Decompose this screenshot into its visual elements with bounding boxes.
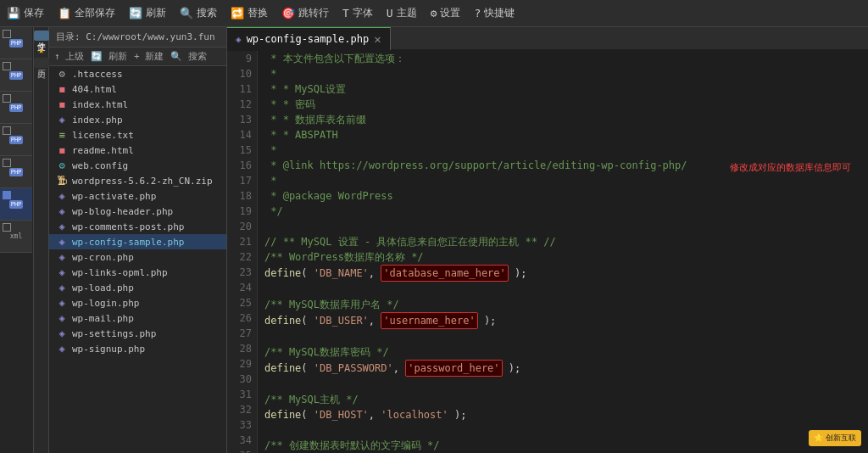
editor-area: ◈ wp-config-sample.php ✕ 9 10 11 12 13 1… xyxy=(227,27,868,453)
thumb-7[interactable]: xml xyxy=(0,221,32,253)
refresh-icon: 🔄 xyxy=(129,7,142,20)
side-tab-history[interactable]: 历史 xyxy=(34,58,49,68)
theme-label: 主题 xyxy=(397,6,417,20)
code-line-16: * @link https://wordpress.org/support/ar… xyxy=(264,158,861,173)
toolbar-save[interactable]: 💾 保存 xyxy=(7,6,44,20)
code-line-15: * xyxy=(264,143,861,158)
toolbar-theme[interactable]: U 主题 xyxy=(387,6,417,20)
file-item-cron[interactable]: ◈ wp-cron.php xyxy=(49,249,226,265)
checkbox-3[interactable] xyxy=(3,94,11,103)
thumb-4[interactable]: PHP xyxy=(0,124,32,156)
php-icon-signup: ◈ xyxy=(56,343,68,355)
code-content[interactable]: * 本文件包含以下配置选项： * * * MySQL设置 * * 密码 * * … xyxy=(258,51,868,453)
toolbar-refresh[interactable]: 🔄 刷新 xyxy=(129,6,166,20)
file-item-config-sample[interactable]: ◈ wp-config-sample.php xyxy=(49,234,226,249)
file-item-index-php[interactable]: ◈ index.php xyxy=(49,112,226,127)
thumb-2[interactable]: PHP xyxy=(0,59,32,92)
file-item-signup[interactable]: ◈ wp-signup.php xyxy=(49,341,226,356)
file-item-comments-post[interactable]: ◈ wp-comments-post.php xyxy=(49,219,226,234)
tab-label: wp-config-sample.php xyxy=(247,33,370,45)
checkbox-1[interactable] xyxy=(3,30,11,38)
file-tree: 目录: C:/wwwroot/www.yun3.fun ↑ 上级 🔄 刷新 + … xyxy=(49,27,227,453)
code-line-13: * * 数据库表名前缀 xyxy=(264,112,861,127)
font-label: 字体 xyxy=(353,6,373,20)
file-item-login[interactable]: ◈ wp-login.php xyxy=(49,295,226,310)
code-line-29: define( 'DB_PASSWORD', 'password_here' )… xyxy=(264,360,861,377)
php-icon-blog-header: ◈ xyxy=(56,205,68,217)
toolbar-goto[interactable]: 🎯 跳转行 xyxy=(281,6,329,20)
save-all-icon: 📋 xyxy=(58,7,71,20)
file-item-activate[interactable]: ◈ wp-activate.php xyxy=(49,188,226,204)
file-item-license[interactable]: ≡ license.txt xyxy=(49,127,226,143)
toolbar-search[interactable]: 🔍 搜索 xyxy=(180,6,217,20)
php-icon-comments-post: ◈ xyxy=(56,221,68,232)
toolbar-replace[interactable]: 🔁 替换 xyxy=(231,6,268,20)
php-icon-mail: ◈ xyxy=(56,312,68,324)
code-line-21: // ** MySQL 设置 - 具体信息来自您正在使用的主机 ** // xyxy=(264,234,861,249)
code-line-14: * * ABSPATH xyxy=(264,127,861,143)
file-item-load[interactable]: ◈ wp-load.php xyxy=(49,280,226,295)
left-panel: PHP PHP PHP PHP PHP PHP xml xyxy=(0,27,34,453)
file-item-mail[interactable]: ◈ wp-mail.php xyxy=(49,310,226,326)
code-line-34: /** 创建数据表时默认的文字编码 */ xyxy=(264,438,861,453)
thumb-6[interactable]: PHP xyxy=(0,188,32,221)
toolbar-save-all[interactable]: 📋 全部保存 xyxy=(58,6,115,20)
tab-php-icon: ◈ xyxy=(236,34,242,45)
side-tabs: 文件 ★ 历史 xyxy=(34,27,49,453)
main-layout: PHP PHP PHP PHP PHP PHP xml 文件 ★ 历史 xyxy=(0,27,868,453)
search-button[interactable]: 🔍 搜索 xyxy=(170,50,207,63)
code-line-32: define( 'DB_HOST', 'localhost' ); xyxy=(264,407,861,422)
code-line-30 xyxy=(264,377,861,392)
checkbox-6[interactable] xyxy=(3,191,11,199)
file-item-readme[interactable]: ◼ readme.html xyxy=(49,143,226,158)
refresh-button[interactable]: 🔄 刷新 xyxy=(91,50,127,63)
tab-bar: ◈ wp-config-sample.php ✕ xyxy=(227,27,868,51)
php-icon-settings: ◈ xyxy=(56,327,68,339)
toolbar-settings[interactable]: ⚙ 设置 xyxy=(431,6,461,20)
htaccess-icon: ⚙ xyxy=(56,68,68,80)
code-line-20 xyxy=(264,219,861,234)
file-item-zip[interactable]: 🗜 wordpress-5.6.2-zh_CN.zip xyxy=(49,173,226,188)
code-line-22: /** WordPress数据库的名称 */ xyxy=(264,249,861,265)
toolbar-shortcut[interactable]: ? 快捷键 xyxy=(474,6,515,20)
file-tree-header: 目录: C:/wwwroot/www.yun3.fun xyxy=(49,27,226,48)
search-icon: 🔍 xyxy=(180,7,193,20)
refresh-label: 刷新 xyxy=(146,6,166,20)
checkbox-2[interactable] xyxy=(3,62,11,70)
tab-wp-config-sample[interactable]: ◈ wp-config-sample.php ✕ xyxy=(227,27,391,50)
thumb-5[interactable]: PHP xyxy=(0,156,32,188)
file-item-htaccess[interactable]: ⚙ .htaccess xyxy=(49,66,226,81)
up-button[interactable]: ↑ 上级 xyxy=(54,50,84,63)
php-icon-load: ◈ xyxy=(56,282,68,294)
toolbar-font[interactable]: T 字体 xyxy=(342,6,373,20)
file-item-404[interactable]: ◼ 404.html xyxy=(49,81,226,97)
goto-icon: 🎯 xyxy=(281,7,295,20)
php-icon-config-sample: ◈ xyxy=(56,236,68,248)
checkbox-5[interactable] xyxy=(3,159,11,167)
code-line-24 xyxy=(264,282,861,297)
shortcut-label: 快捷键 xyxy=(484,6,515,20)
new-button[interactable]: + 新建 xyxy=(134,50,164,63)
thumb-1[interactable]: PHP xyxy=(0,27,32,59)
thumb-3[interactable]: PHP xyxy=(0,92,32,124)
file-tree-toolbar: ↑ 上级 🔄 刷新 + 新建 🔍 搜索 xyxy=(49,48,226,66)
file-item-settings[interactable]: ◈ wp-settings.php xyxy=(49,326,226,341)
side-tab-files[interactable]: 文件 xyxy=(34,31,49,41)
code-line-9: * 本文件包含以下配置选项： xyxy=(264,51,861,66)
toolbar: 💾 保存 📋 全部保存 🔄 刷新 🔍 搜索 🔁 替换 🎯 跳转行 T 字体 U … xyxy=(0,0,868,27)
tab-close-button[interactable]: ✕ xyxy=(374,32,381,46)
checkbox-7[interactable] xyxy=(3,223,11,232)
replace-icon: 🔁 xyxy=(231,7,244,20)
file-item-index-html[interactable]: ◼ index.html xyxy=(49,97,226,112)
file-item-links-opml[interactable]: ◈ wp-links-opml.php xyxy=(49,265,226,280)
html-icon-readme: ◼ xyxy=(56,144,68,156)
html-icon-index: ◼ xyxy=(56,98,68,110)
php-icon-links-opml: ◈ xyxy=(56,266,68,278)
file-item-webconfig[interactable]: ⚙ web.config xyxy=(49,158,226,173)
code-line-25: /** MySQL数据库用户名 */ xyxy=(264,297,861,312)
zip-icon: 🗜 xyxy=(56,175,68,187)
checkbox-4[interactable] xyxy=(3,126,11,135)
theme-icon: U xyxy=(387,7,393,20)
file-item-blog-header[interactable]: ◈ wp-blog-header.php xyxy=(49,204,226,219)
save-all-label: 全部保存 xyxy=(75,6,115,20)
